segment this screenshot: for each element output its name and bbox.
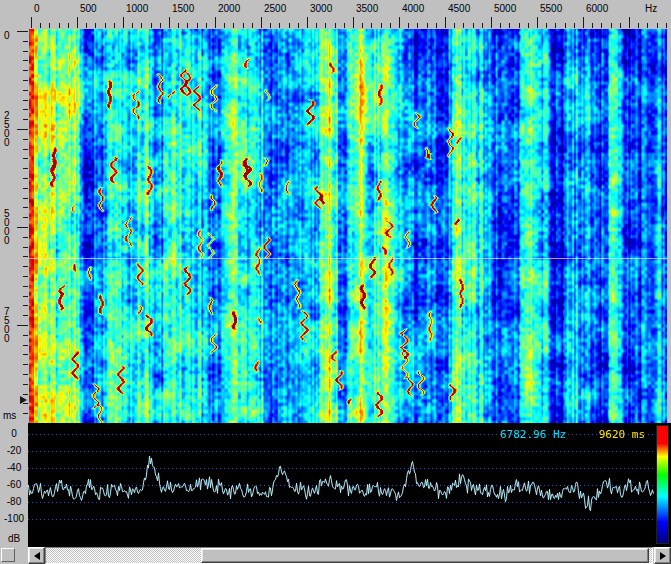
time-ruler: ms 0250050007500 (0, 29, 29, 423)
freq-tick-label: 5500 (540, 3, 562, 14)
db-tick-label: -40 (0, 462, 28, 473)
freq-tick-label: 2500 (264, 3, 286, 14)
scrollbar-thumb[interactable] (201, 548, 649, 563)
time-marker-icon[interactable] (20, 396, 27, 404)
spectrogram-window: Hz 0500100015002000250030003500400045005… (0, 0, 671, 564)
freq-tick-label: 3500 (356, 3, 378, 14)
freq-tick-label: 1500 (172, 3, 194, 14)
colorbar (656, 425, 669, 544)
h-scrollbar (0, 547, 671, 564)
scrollbar-corner (1, 548, 15, 562)
db-unit-label: dB (0, 533, 28, 544)
spectrum-panel: dB 0-20-40-60-80-100 6782.96 Hz 9620 ms (0, 423, 671, 547)
frequency-minor-ticks (31, 23, 667, 28)
db-tick-label: -80 (0, 496, 28, 507)
spectrum-canvas[interactable] (28, 423, 654, 547)
freq-unit-label: Hz (645, 3, 657, 14)
freq-tick-label: 500 (80, 3, 97, 14)
freq-tick-label: 5000 (494, 3, 516, 14)
cursor-line (29, 258, 667, 259)
freq-tick-label: 1000 (126, 3, 148, 14)
time-unit-label: ms (3, 410, 16, 421)
scrollbar-track[interactable] (45, 547, 653, 564)
scroll-right-button[interactable] (654, 547, 671, 564)
time-tick-label: 7500 (4, 307, 12, 343)
arrow-left-icon (34, 552, 40, 560)
db-tick-label: -20 (0, 445, 28, 456)
spectrogram-canvas[interactable] (29, 29, 667, 423)
time-tick-label: 5000 (4, 209, 12, 245)
time-minor-ticks (23, 31, 28, 423)
freq-tick-label: 0 (34, 3, 40, 14)
scroll-left-button[interactable] (28, 547, 45, 564)
freq-tick-label: 4000 (402, 3, 424, 14)
frequency-readout: 6782.96 Hz (500, 428, 566, 441)
freq-tick-label: 6000 (586, 3, 608, 14)
freq-tick-label: 4500 (448, 3, 470, 14)
arrow-right-icon (660, 552, 666, 560)
db-tick-label: -60 (0, 479, 28, 490)
frequency-ruler: Hz 0500100015002000250030003500400045005… (0, 0, 671, 29)
time-readout: 9620 ms (599, 428, 645, 441)
freq-tick-label: 3000 (310, 3, 332, 14)
db-tick-label: -100 (0, 513, 28, 524)
db-tick-label: 0 (0, 428, 28, 439)
freq-tick-label: 2000 (218, 3, 240, 14)
db-ruler: dB 0-20-40-60-80-100 (0, 423, 28, 547)
time-tick-label: 0 (4, 31, 12, 40)
time-tick-label: 2500 (4, 111, 12, 147)
